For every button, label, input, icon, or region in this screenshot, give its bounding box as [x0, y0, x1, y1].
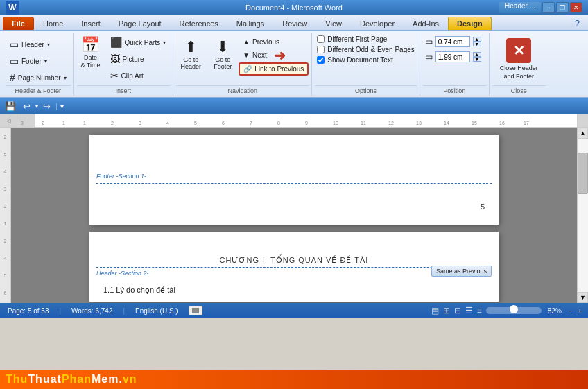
redo-quick-btn[interactable]: ↪	[41, 101, 53, 112]
tab-mailings[interactable]: Mailings	[227, 17, 273, 30]
header-position-input[interactable]	[435, 36, 470, 47]
zoom-thumb[interactable]	[510, 305, 518, 313]
page-number-button[interactable]: # Page Number ▾	[6, 70, 71, 85]
document-pages: Footer -Section 1- 5 Header -Section 2- …	[11, 128, 577, 303]
show-doc-text-option[interactable]: Show Document Text	[315, 55, 416, 64]
picture-icon: 🖼	[110, 53, 120, 64]
header-pos-down[interactable]: ▼	[473, 42, 481, 46]
header-button[interactable]: ▭ Header ▾	[6, 37, 71, 52]
tab-references[interactable]: References	[171, 17, 227, 30]
tab-file[interactable]: File	[3, 17, 34, 30]
group-insert: 📅 Date& Time ⬛ Quick Parts ▾ 🖼 Picture ✂	[74, 33, 174, 96]
date-time-button[interactable]: 📅 Date& Time	[77, 35, 105, 72]
web-view-btn[interactable]: ⊟	[454, 306, 461, 315]
scroll-thumb[interactable]	[578, 153, 588, 194]
previous-button[interactable]: ▲ Previous	[239, 36, 309, 48]
show-doc-text-checkbox[interactable]	[317, 56, 325, 64]
qa-customize[interactable]: ▾	[60, 103, 64, 110]
scroll-down-button[interactable]: ▼	[578, 292, 588, 303]
tab-developer[interactable]: Developer	[351, 17, 404, 30]
tab-add-ins[interactable]: Add-Ins	[404, 17, 448, 30]
footer-pos-down[interactable]: ▼	[473, 57, 481, 62]
header-center-text: CHƯƠNG I: TỔNG QUAN VỀ ĐỀ TÀI	[89, 256, 499, 265]
zoom-out-btn[interactable]: −	[568, 306, 573, 316]
watermark-phan: Phan	[62, 373, 92, 385]
tab-insert[interactable]: Insert	[72, 17, 110, 30]
diff-first-checkbox[interactable]	[317, 35, 325, 43]
scroll-up-button[interactable]: ▲	[578, 128, 588, 139]
goto-header-icon: ⬆	[184, 40, 197, 55]
next-label: Next	[252, 51, 267, 59]
zoom-in-btn[interactable]: +	[577, 306, 582, 316]
goto-header-button[interactable]: ⬆ Go toHeader	[176, 37, 205, 73]
diff-odd-even-checkbox[interactable]	[317, 46, 325, 53]
close-header-footer-button[interactable]: ✕ Close Headerand Footer	[492, 35, 546, 84]
footer-position-input[interactable]	[435, 51, 470, 62]
nav-prev-next: ▲ Previous ▼ Next 🔗 Link to Previous	[239, 35, 309, 76]
scrollbar-vertical[interactable]: ▲ ▼	[577, 128, 588, 303]
watermark-thuat: Thuat	[28, 373, 62, 385]
ribbon: ▭ Header ▾ ▭ Footer ▾ # Page Number ▾	[0, 31, 588, 98]
insert-col-buttons: ⬛ Quick Parts ▾ 🖼 Picture ✂ Clip Art	[106, 35, 171, 83]
help-button[interactable]: ?	[569, 17, 585, 30]
quick-parts-button[interactable]: ⬛ Quick Parts ▾	[106, 35, 171, 50]
insert-group-label: Insert	[77, 85, 171, 94]
close-button[interactable]: ✕	[570, 2, 582, 13]
watermark-mem: Mem	[92, 373, 119, 385]
date-time-label: Date& Time	[81, 54, 101, 69]
page-number-dropdown-icon: ▾	[64, 75, 67, 81]
doc-container: 2543212456 Footer -Section 1- 5 Header -…	[0, 128, 588, 303]
undo-dropdown[interactable]: ▾	[35, 103, 38, 110]
group-position: ▭ ▲ ▼ ▭ ▲ ▼	[420, 33, 490, 96]
group-options-content: Different First Page Different Odd & Eve…	[315, 35, 416, 85]
nav-group-label: Navigation	[176, 85, 309, 94]
zoom-slider[interactable]	[486, 307, 542, 314]
ruler-right-margin	[577, 114, 588, 127]
tab-review[interactable]: Review	[273, 17, 316, 30]
lang-status[interactable]: English (U.S.)	[133, 306, 180, 315]
scroll-track[interactable]	[578, 139, 588, 292]
undo-quick-btn[interactable]: ↩	[21, 101, 33, 112]
restore-button[interactable]: ❐	[556, 2, 569, 13]
tab-design[interactable]: Design	[448, 17, 492, 30]
close-x-icon: ✕	[513, 42, 525, 59]
print-view-btn[interactable]: ▤	[431, 306, 439, 315]
ribbon-tab-label: Header ...	[499, 2, 541, 13]
tab-page-layout[interactable]: Page Layout	[110, 17, 171, 30]
minimize-button[interactable]: −	[542, 2, 555, 13]
footer-pos-icon: ▭	[425, 52, 433, 62]
zoom-level[interactable]: 82%	[546, 306, 564, 315]
footer-button[interactable]: ▭ Footer ▾	[6, 53, 71, 69]
ribbon-row: ▭ Header ▾ ▭ Footer ▾ # Page Number ▾	[0, 32, 588, 97]
clip-art-button[interactable]: ✂ Clip Art	[106, 68, 171, 83]
draft-view-btn[interactable]: ≡	[477, 306, 482, 315]
quick-parts-dropdown: ▾	[163, 40, 166, 46]
diff-first-option[interactable]: Different First Page	[315, 35, 416, 44]
full-screen-view-btn[interactable]: ⊞	[443, 306, 450, 315]
next-button[interactable]: ▼ Next	[239, 49, 309, 61]
picture-button[interactable]: 🖼 Picture	[106, 51, 171, 67]
link-to-previous-button[interactable]: 🔗 Link to Previous	[239, 62, 309, 76]
footer-pos-up[interactable]: ▲	[473, 52, 481, 57]
tab-home[interactable]: Home	[34, 17, 72, 30]
tab-view[interactable]: View	[316, 17, 351, 30]
clip-art-label: Clip Art	[121, 72, 144, 80]
footer-page-number: 5	[481, 202, 485, 211]
group-close-content: ✕ Close Headerand Footer	[492, 35, 546, 85]
diff-odd-even-option[interactable]: Different Odd & Even Pages	[315, 45, 416, 54]
save-quick-btn[interactable]: 💾	[3, 101, 18, 112]
svg-rect-1	[17, 114, 35, 127]
footer-pos-spinner: ▲ ▼	[473, 52, 481, 62]
diff-odd-even-label: Different Odd & Even Pages	[327, 46, 414, 53]
header-pos-up[interactable]: ▲	[473, 37, 481, 42]
page-status[interactable]: Page: 5 of 53	[6, 306, 51, 315]
quick-parts-label: Quick Parts	[125, 39, 161, 46]
clip-art-icon: ✂	[110, 70, 119, 81]
outline-view-btn[interactable]: ☰	[465, 306, 473, 315]
ruler-left-margin: ◁	[0, 114, 17, 127]
title-bar-left: W	[6, 1, 19, 15]
goto-footer-button[interactable]: ⬇ Go toFooter	[208, 37, 237, 73]
group-close: ✕ Close Headerand Footer Close	[490, 33, 548, 96]
words-status[interactable]: Words: 6,742	[69, 306, 114, 315]
quick-access-toolbar: 💾 ↩ ▾ ↪ | ▾	[0, 98, 588, 114]
